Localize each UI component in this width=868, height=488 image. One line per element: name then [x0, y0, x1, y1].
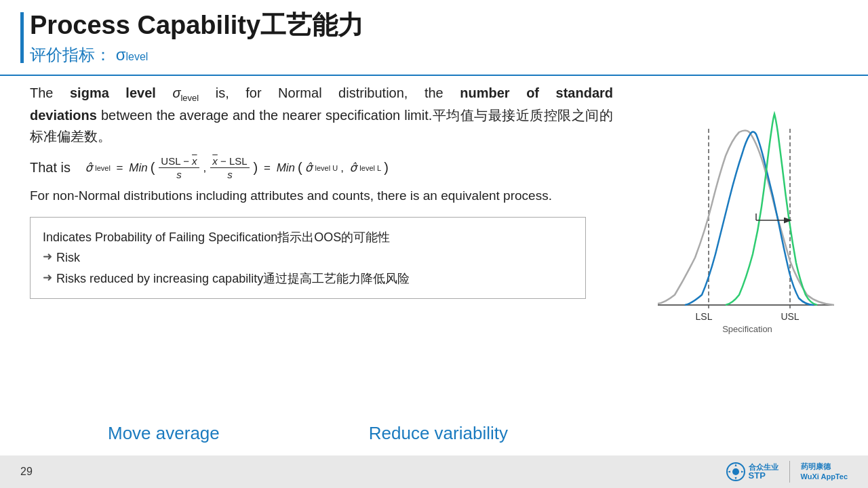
logo-divider [789, 461, 790, 483]
reduce-variability-label: Reduce variability [369, 423, 508, 444]
formula-line: That is σ̂level = Min ( USL − x s , x − … [30, 155, 613, 180]
usl-label: USL [781, 311, 799, 322]
infobox-line1: Indicates Probability of Failing Specifi… [43, 227, 573, 248]
specification-label: Specification [722, 324, 772, 334]
lsl-label: LSL [696, 311, 713, 322]
footer: 29 合众生业 STP 药明康德 WuXi AppTec [0, 455, 868, 488]
formula-expression: σ̂level = Min ( USL − x s , x − LSL s ) … [76, 155, 389, 180]
page-title: Process Capability工艺能力 [30, 10, 848, 41]
move-average-label: Move average [108, 423, 220, 444]
header-section: Process Capability工艺能力 评价指标： σlevel [30, 10, 848, 66]
gear-icon [726, 462, 746, 482]
svg-rect-0 [644, 95, 848, 352]
stp-logo: 合众生业 STP [726, 462, 778, 482]
page-number: 29 [20, 466, 33, 478]
page-subtitle: 评价指标： σlevel [30, 44, 848, 66]
header-divider [0, 75, 868, 76]
that-is-label: That is [30, 160, 71, 176]
distribution-chart: LSL USL Specification [644, 95, 848, 352]
bottom-labels-section: Move average Reduce variability [30, 423, 586, 444]
infobox-arrow-risk: ➜ Risk [43, 247, 573, 268]
stp-logo-text: 合众生业 STP [749, 463, 778, 481]
infobox-arrow-reduce: ➜ Risks reduced by increasing capability… [43, 268, 573, 289]
svg-point-7 [732, 468, 739, 475]
chart-area: LSL USL Specification [644, 95, 848, 352]
main-content: The sigma level σlevel is, for Normal di… [30, 83, 613, 299]
info-box: Indicates Probability of Failing Specifi… [30, 217, 586, 300]
logo-area: 合众生业 STP 药明康德 WuXi AppTec [726, 461, 848, 483]
wuxi-logo: 药明康德 WuXi AppTec [801, 462, 848, 483]
paragraph-2: For non-Normal distributions including a… [30, 186, 613, 205]
left-accent-bar [20, 12, 24, 63]
paragraph-1: The sigma level σlevel is, for Normal di… [30, 83, 613, 147]
